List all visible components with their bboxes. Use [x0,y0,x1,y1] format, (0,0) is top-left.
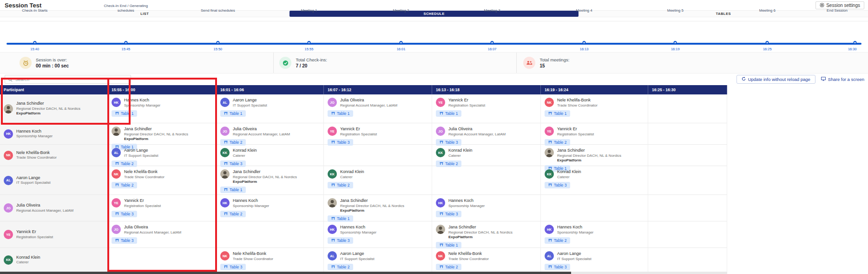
meeting-partner: KKKonrad KleinCaterer [436,148,537,158]
table-badge[interactable]: Table 2 [328,264,353,270]
participant-name: Nele Khelifa-Bonk [557,98,598,103]
search-box[interactable] [5,75,131,84]
milestone-time: 16:01 [397,47,406,51]
participant-role: Trade Show Coordinator [16,155,57,160]
horizontal-scrollbar-thumb[interactable] [0,272,571,274]
participant-text: Nele Khelifa-BonkTrade Show Coordinator [557,98,598,108]
table-badge[interactable]: Table 3 [112,211,137,217]
meeting-partner: Jana SchindlerRegional Director DACH, NL… [328,198,428,213]
participant-text: Hannes KochSponsorship Manager [448,198,485,208]
meeting-cell: JOJulia OliveiraRegional Account Manager… [217,123,324,144]
table-badge[interactable]: Table 2 [545,237,570,244]
table-badge-label: Table 3 [230,265,242,269]
search-icon [8,75,13,84]
participant-text: Hannes KochSponsorship Manager [340,225,376,235]
table-badge-label: Table 2 [121,161,133,166]
participant-avatar: JO [112,225,121,234]
participant-photo-avatar [545,148,554,157]
table-badge[interactable]: Table 1 [328,110,353,117]
participant-avatar: YE [436,98,445,107]
participant-role: Regional Account Manager, LatAM [340,103,397,108]
table-badge-label: Table 3 [445,212,458,216]
participant-name: Aaron Lange [233,98,267,103]
participant-avatar: HK [436,198,445,207]
gear-icon [820,3,824,8]
table-icon [224,161,228,166]
table-icon [440,111,443,116]
meeting-partner: NKNele Khelifa-BonkTrade Show Coordinato… [112,169,212,180]
participant-role: Sponsorship Manager [557,230,593,235]
participant-name: Hannes Koch [124,98,160,103]
meeting-partner: HKHannes KochSponsorship Manager [112,98,212,108]
table-badge[interactable]: Table 3 [112,237,137,244]
table-icon [440,140,443,145]
participant-role: Sponsorship Manager [340,230,376,235]
table-badge-label: Table 3 [337,238,349,243]
meeting-cell: NKNele Khelifa-BonkTrade Show Coordinato… [541,94,648,123]
table-badge-label: Table 3 [121,212,133,216]
table-badge[interactable]: Table 2 [112,182,137,188]
participant-name: Hannes Koch [448,198,485,204]
participant-text: Aaron LangeIT Support Specialist [16,175,51,186]
participant-avatar: KK [328,169,337,179]
table-badge-label: Table 1 [121,111,133,116]
meeting-partner: HKHannes KochSponsorship Manager [220,198,320,208]
table-badge[interactable]: Table 1 [436,242,461,248]
meeting-partner: JOJulia OliveiraRegional Account Manager… [112,225,212,235]
share-screen-button[interactable]: Share for a screen [821,75,864,84]
participant-text: Hannes KochSponsorship Manager [124,98,160,108]
empty-meeting-cell [648,248,727,272]
table-badge[interactable]: Table 3 [545,264,570,270]
meeting-partner: JOJulia OliveiraRegional Account Manager… [220,127,320,137]
table-icon [115,161,119,166]
table-badge[interactable]: Table 1 [436,110,461,117]
table-badge[interactable]: Table 3 [545,182,570,188]
table-badge[interactable]: Table 3 [436,211,461,217]
participant-avatar: HK [220,198,230,207]
meeting-partner: NKNele Khelifa-BonkTrade Show Coordinato… [436,251,537,261]
participant-text: Konrad KleinCaterer [340,169,364,180]
status-card-text: Session is over:00 min : 00 sec [36,57,69,68]
search-input[interactable] [15,77,127,82]
participant-name: Jana Schindler [557,148,621,154]
meeting-partner: ALAaron LangeIT Support Specialist [328,251,428,261]
table-badge[interactable]: Table 3 [220,264,246,270]
table-row: JOJulia OliveiraRegional Account Manager… [0,195,727,221]
table-icon [331,140,335,145]
participant-text: Aaron LangeIT Support Specialist [233,98,267,108]
participant-role: Trade Show Coordinator [124,175,164,180]
status-card-label: Session is over: [36,57,69,62]
table-row: Jana SchindlerRegional Director DACH, NL… [0,94,727,123]
table-badge[interactable]: Table 2 [328,182,353,188]
participant-company: ExpoPlatform [448,235,513,240]
table-badge[interactable]: Table 1 [220,187,246,193]
table-badge[interactable]: Table 2 [436,264,461,270]
meeting-cell: HKHannes KochSponsorship ManagerTable 3 [324,221,432,247]
participant-cell: HKHannes KochSponsorship Manager [0,123,108,144]
participant-cell: YEYannick ErRegistration Specialist [0,221,108,247]
page-title: Session Test [5,2,41,9]
table-badge[interactable]: Table 1 [220,110,246,117]
table-badge[interactable]: Table 1 [112,110,137,117]
participant-text: Jana SchindlerRegional Director DACH, NL… [16,101,80,116]
share-screen-label: Share for a screen [828,77,864,82]
table-badge[interactable]: Table 1 [545,110,570,117]
milestone-label: Meeting 5 [647,8,703,13]
empty-meeting-cell [648,94,727,123]
table-badge[interactable]: Table 2 [220,211,246,217]
participant-role: Regional Director DACH, NL & Nordics [124,132,188,137]
table-badge-label: Table 3 [230,161,242,166]
update-info-button[interactable]: Update info without reload page [736,75,815,84]
table-badge[interactable]: Table 3 [328,237,353,244]
participant-name: Julia Oliveira [124,225,181,230]
participant-photo-avatar [112,127,121,136]
participant-cell: NKNele Khelifa-BonkTrade Show Coordinato… [0,145,108,166]
meeting-cell: NKNele Khelifa-BonkTrade Show Coordinato… [217,248,324,272]
table-badge[interactable]: Table 1 [328,215,353,222]
meeting-partner: Jana SchindlerRegional Director DACH, NL… [436,225,537,240]
meeting-partner: ALAaron LangeIT Support Specialist [220,98,320,108]
participant-text: Konrad KleinCaterer [557,169,581,180]
participant-company: ExpoPlatform [557,158,621,163]
participant-text: Nele Khelifa-BonkTrade Show Coordinator [124,169,164,180]
meeting-cell: HKHannes KochSponsorship ManagerTable 2 [541,221,648,247]
